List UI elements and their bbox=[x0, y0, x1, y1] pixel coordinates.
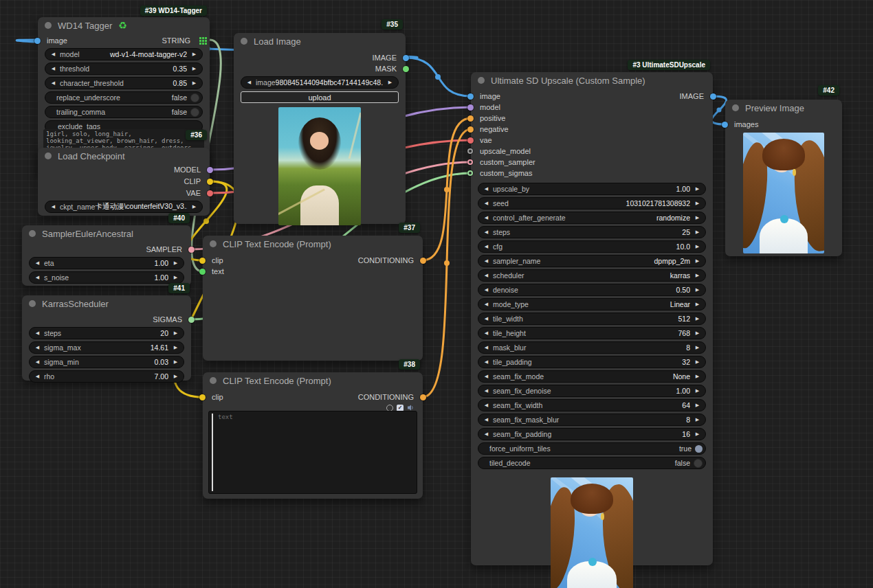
widget-cfg[interactable]: ◀cfg10.0▶ bbox=[478, 240, 706, 253]
widget-tiled_decode[interactable]: tiled_decodefalse bbox=[478, 457, 706, 469]
decrement-arrow-icon[interactable]: ◀ bbox=[483, 374, 490, 379]
increment-arrow-icon[interactable]: ▶ bbox=[190, 52, 198, 57]
toggle-knob[interactable] bbox=[695, 445, 703, 453]
decrement-arrow-icon[interactable]: ◀ bbox=[483, 417, 490, 422]
decrement-arrow-icon[interactable]: ◀ bbox=[49, 52, 57, 57]
input-slot-positive[interactable] bbox=[467, 115, 474, 122]
input-slot-upscale-model[interactable] bbox=[467, 148, 473, 154]
toggle-knob[interactable] bbox=[190, 93, 199, 102]
widget-s_noise[interactable]: ◀ s_noise 1.00 ▶ bbox=[29, 271, 184, 284]
increment-arrow-icon[interactable]: ▶ bbox=[694, 302, 701, 307]
decrement-arrow-icon[interactable]: ◀ bbox=[34, 345, 41, 350]
increment-arrow-icon[interactable]: ▶ bbox=[694, 215, 701, 220]
node-titlebar[interactable]: Load Image bbox=[234, 33, 406, 49]
increment-arrow-icon[interactable]: ▶ bbox=[694, 403, 701, 408]
node-titlebar[interactable]: WD14 Tagger ♻ bbox=[38, 17, 210, 34]
decrement-arrow-icon[interactable]: ◀ bbox=[483, 431, 490, 437]
output-slot-sigmas[interactable] bbox=[188, 317, 195, 323]
widget-threshold[interactable]: ◀ threshold 0.35 ▶ bbox=[45, 63, 203, 75]
input-slot-custom-sampler[interactable] bbox=[467, 159, 473, 165]
increment-arrow-icon[interactable]: ▶ bbox=[172, 374, 179, 379]
increment-arrow-icon[interactable]: ▶ bbox=[694, 417, 701, 422]
collapse-dot-icon[interactable] bbox=[45, 22, 52, 29]
collapse-dot-icon[interactable] bbox=[210, 240, 217, 247]
input-slot-clip[interactable] bbox=[199, 258, 206, 264]
node-titlebar[interactable]: CLIP Text Encode (Prompt) bbox=[203, 236, 423, 252]
decrement-arrow-icon[interactable]: ◀ bbox=[483, 345, 490, 350]
decrement-arrow-icon[interactable]: ◀ bbox=[34, 260, 41, 266]
input-slot-custom-sigmas[interactable] bbox=[467, 170, 473, 176]
increment-arrow-icon[interactable]: ▶ bbox=[694, 287, 701, 293]
toggle-knob[interactable] bbox=[694, 459, 703, 468]
increment-arrow-icon[interactable]: ▶ bbox=[172, 260, 179, 266]
increment-arrow-icon[interactable]: ▶ bbox=[190, 80, 198, 86]
increment-arrow-icon[interactable]: ▶ bbox=[172, 359, 179, 365]
decrement-arrow-icon[interactable]: ◀ bbox=[245, 80, 253, 85]
node-titlebar[interactable]: Preview Image bbox=[725, 100, 842, 116]
toggle-knob[interactable] bbox=[190, 108, 199, 117]
input-slot-model[interactable] bbox=[467, 104, 474, 111]
widget-scheduler[interactable]: ◀schedulerkarras▶ bbox=[478, 269, 706, 282]
widget-seam_fix_width[interactable]: ◀seam_fix_width64▶ bbox=[478, 399, 706, 411]
checkbox-checked-icon[interactable]: ✓ bbox=[397, 405, 404, 411]
widget-control_after_generate[interactable]: ◀control_after_generaterandomize▶ bbox=[478, 212, 706, 224]
input-slot-clip[interactable] bbox=[199, 394, 206, 400]
decrement-arrow-icon[interactable]: ◀ bbox=[49, 80, 57, 86]
output-slot-image[interactable] bbox=[710, 93, 716, 100]
widget-sampler_name[interactable]: ◀sampler_namedpmpp_2m▶ bbox=[478, 255, 706, 267]
widget-image[interactable]: ◀ image 980845144094bfbc47144149c48... ▶ bbox=[241, 76, 399, 89]
widget-rho[interactable]: ◀ rho 7.00 ▶ bbox=[29, 370, 184, 383]
node-titlebar[interactable]: CLIP Text Encode (Prompt) bbox=[203, 372, 423, 389]
input-slot-image[interactable] bbox=[467, 93, 474, 100]
output-slot-image[interactable] bbox=[403, 55, 409, 61]
prompt-textarea[interactable]: text bbox=[208, 411, 417, 494]
output-slot-vae[interactable] bbox=[207, 190, 213, 196]
widget-replace_underscore[interactable]: replace_underscore false bbox=[45, 91, 203, 104]
input-slot-image[interactable] bbox=[34, 38, 41, 44]
widget-upscale_by[interactable]: ◀upscale_by1.00▶ bbox=[478, 183, 706, 195]
decrement-arrow-icon[interactable]: ◀ bbox=[483, 287, 490, 293]
upload-button[interactable]: upload bbox=[241, 91, 399, 103]
widget-seam_fix_mask_blur[interactable]: ◀seam_fix_mask_blur8▶ bbox=[478, 414, 706, 426]
collapse-dot-icon[interactable] bbox=[732, 104, 739, 111]
widget-seam_fix_denoise[interactable]: ◀seam_fix_denoise1.00▶ bbox=[478, 385, 706, 397]
widget-denoise[interactable]: ◀denoise0.50▶ bbox=[478, 284, 706, 296]
node-titlebar[interactable]: Load Checkpoint bbox=[38, 148, 210, 164]
collapse-dot-icon[interactable] bbox=[45, 152, 52, 159]
increment-arrow-icon[interactable]: ▶ bbox=[694, 359, 701, 365]
decrement-arrow-icon[interactable]: ◀ bbox=[483, 201, 490, 206]
increment-arrow-icon[interactable]: ▶ bbox=[172, 345, 179, 350]
input-slot-vae[interactable] bbox=[467, 137, 474, 144]
increment-arrow-icon[interactable]: ▶ bbox=[694, 273, 701, 278]
increment-arrow-icon[interactable]: ▶ bbox=[694, 258, 701, 264]
collapse-dot-icon[interactable] bbox=[210, 377, 217, 384]
decrement-arrow-icon[interactable]: ◀ bbox=[49, 66, 57, 71]
widget-mode_type[interactable]: ◀mode_typeLinear▶ bbox=[478, 298, 706, 310]
increment-arrow-icon[interactable]: ▶ bbox=[172, 330, 179, 336]
increment-arrow-icon[interactable]: ▶ bbox=[694, 316, 701, 321]
widget-tile_height[interactable]: ◀tile_height768▶ bbox=[478, 327, 706, 339]
increment-arrow-icon[interactable]: ▶ bbox=[190, 204, 198, 210]
decrement-arrow-icon[interactable]: ◀ bbox=[483, 258, 490, 264]
widget-model[interactable]: ◀ model wd-v1-4-moat-tagger-v2 ▶ bbox=[45, 48, 203, 60]
increment-arrow-icon[interactable]: ▶ bbox=[694, 244, 701, 249]
decrement-arrow-icon[interactable]: ◀ bbox=[483, 273, 490, 278]
decrement-arrow-icon[interactable]: ◀ bbox=[483, 302, 490, 307]
widget-tile_padding[interactable]: ◀tile_padding32▶ bbox=[478, 356, 706, 368]
node-titlebar[interactable]: Ultimate SD Upscale (Custom Sample) bbox=[471, 72, 713, 89]
collapse-dot-icon[interactable] bbox=[478, 77, 485, 84]
widget-ckpt_name[interactable]: ◀ ckpt_name 卡通动漫\counterfeitV30_v3... ▶ bbox=[45, 201, 203, 213]
increment-arrow-icon[interactable]: ▶ bbox=[172, 275, 179, 280]
widget-seam_fix_padding[interactable]: ◀seam_fix_padding16▶ bbox=[478, 428, 706, 440]
increment-arrow-icon[interactable]: ▶ bbox=[694, 374, 701, 379]
widget-tile_width[interactable]: ◀tile_width512▶ bbox=[478, 313, 706, 325]
increment-arrow-icon[interactable]: ▶ bbox=[694, 186, 701, 192]
decrement-arrow-icon[interactable]: ◀ bbox=[34, 275, 41, 280]
decrement-arrow-icon[interactable]: ◀ bbox=[483, 316, 490, 321]
collapse-dot-icon[interactable] bbox=[29, 300, 36, 307]
output-slot-clip[interactable] bbox=[207, 179, 213, 185]
decrement-arrow-icon[interactable]: ◀ bbox=[34, 374, 41, 379]
output-slot-mask[interactable] bbox=[403, 66, 409, 72]
widget-sigma_max[interactable]: ◀ sigma_max 14.61 ▶ bbox=[29, 341, 184, 354]
widget-trailing_comma[interactable]: trailing_comma false bbox=[45, 106, 203, 118]
